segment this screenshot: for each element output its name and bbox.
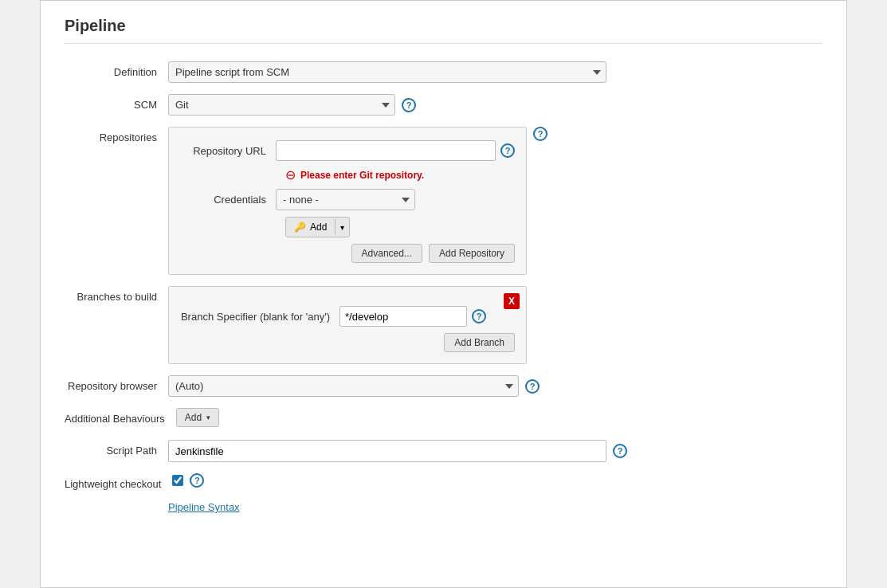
key-icon: 🔑 [294, 221, 306, 233]
definition-section: Definition Pipeline script from SCMPipel… [65, 61, 822, 83]
branches-box: X Branch Specifier (blank for 'any') ? A… [168, 286, 527, 364]
repositories-help-icon[interactable]: ? [533, 127, 548, 141]
repo-url-label: Repository URL [180, 145, 276, 157]
scm-label: SCM [65, 94, 168, 111]
lightweight-checkbox-wrap [172, 475, 183, 486]
definition-control: Pipeline script from SCMPipeline script [168, 61, 822, 83]
lightweight-checkout-help-icon[interactable]: ? [190, 473, 204, 488]
additional-behaviours-label: Additional Behaviours [65, 408, 176, 425]
scm-help-icon[interactable]: ? [402, 98, 416, 112]
repo-error-row: ⊖ Please enter Git repository. [285, 167, 515, 182]
repo-browser-label: Repository browser [65, 375, 168, 392]
advanced-button[interactable]: Advanced... [351, 244, 422, 263]
scm-control: GitNone ? [168, 94, 822, 116]
script-path-control: ? [168, 440, 822, 462]
repo-browser-section: Repository browser (Auto) ? [65, 375, 822, 397]
pipeline-syntax-section: Pipeline Syntax [65, 501, 822, 513]
repositories-box: Repository URL ? ⊖ Please enter Git repo… [168, 127, 527, 275]
credentials-label: Credentials [180, 194, 276, 206]
error-circle-icon: ⊖ [285, 167, 296, 182]
repo-actions: Advanced... Add Repository [180, 244, 515, 263]
dropdown-arrow-icon: ▾ [340, 223, 344, 232]
page-container: Pipeline Definition Pipeline script from… [40, 0, 847, 588]
repo-url-help-icon[interactable]: ? [500, 143, 515, 158]
credentials-control: - none - [276, 189, 415, 210]
credentials-row: Credentials - none - [180, 189, 515, 210]
scm-section: SCM GitNone ? [65, 94, 822, 116]
pipeline-syntax-link[interactable]: Pipeline Syntax [168, 501, 240, 513]
additional-add-label: Add [185, 412, 202, 423]
additional-dropdown-arrow-icon: ▾ [206, 414, 210, 421]
repositories-label: Repositories [65, 127, 168, 143]
credentials-select[interactable]: - none - [276, 189, 415, 210]
additional-behaviours-control: Add ▾ [176, 408, 822, 427]
add-credential-main-button[interactable]: 🔑 Add [286, 219, 336, 235]
repo-browser-help-icon[interactable]: ? [525, 379, 540, 394]
repo-browser-control: (Auto) ? [168, 375, 822, 397]
repo-error-text: Please enter Git repository. [300, 170, 424, 181]
branch-specifier-label: Branch Specifier (blank for 'any') [180, 311, 339, 323]
branch-specifier-row: Branch Specifier (blank for 'any') ? [180, 306, 515, 327]
repositories-section: Repositories Repository URL ? ⊖ Please e… [65, 127, 822, 275]
branches-label: Branches to build [65, 286, 168, 303]
branches-control: X Branch Specifier (blank for 'any') ? A… [168, 286, 822, 364]
lightweight-checkout-checkbox[interactable] [172, 475, 183, 486]
add-credential-dropdown-button[interactable]: ▾ [336, 221, 349, 234]
branch-specifier-input[interactable] [339, 306, 467, 327]
pipeline-syntax-spacer [65, 501, 168, 506]
script-path-section: Script Path ? [65, 440, 822, 462]
additional-behaviours-section: Additional Behaviours Add ▾ [65, 408, 822, 427]
lightweight-checkout-control: ? [172, 473, 822, 488]
script-path-input[interactable] [168, 440, 606, 462]
add-credential-label: Add [310, 221, 327, 233]
lightweight-checkout-label: Lightweight checkout [65, 473, 172, 490]
repo-url-row: Repository URL ? [180, 140, 515, 161]
pipeline-syntax-control: Pipeline Syntax [168, 501, 822, 513]
definition-label: Definition [65, 61, 168, 78]
page-title: Pipeline [65, 17, 822, 44]
repositories-control: Repository URL ? ⊖ Please enter Git repo… [168, 127, 822, 275]
script-path-label: Script Path [65, 440, 168, 457]
add-branch-button[interactable]: Add Branch [444, 333, 515, 352]
add-credential-btn-group: 🔑 Add ▾ [285, 217, 350, 237]
branches-section: Branches to build X Branch Specifier (bl… [65, 286, 822, 364]
add-credential-row: 🔑 Add ▾ [285, 217, 515, 237]
repo-url-input[interactable] [276, 140, 496, 161]
scm-select[interactable]: GitNone [168, 94, 395, 116]
add-repository-button[interactable]: Add Repository [429, 244, 515, 263]
script-path-help-icon[interactable]: ? [613, 444, 627, 458]
branch-actions: Add Branch [180, 333, 515, 352]
branch-specifier-help-icon[interactable]: ? [472, 309, 486, 323]
definition-select[interactable]: Pipeline script from SCMPipeline script [168, 61, 606, 83]
repo-browser-select[interactable]: (Auto) [168, 375, 519, 397]
additional-add-button[interactable]: Add ▾ [176, 408, 219, 427]
close-branch-button[interactable]: X [504, 293, 520, 309]
lightweight-checkout-section: Lightweight checkout ? [65, 473, 822, 490]
